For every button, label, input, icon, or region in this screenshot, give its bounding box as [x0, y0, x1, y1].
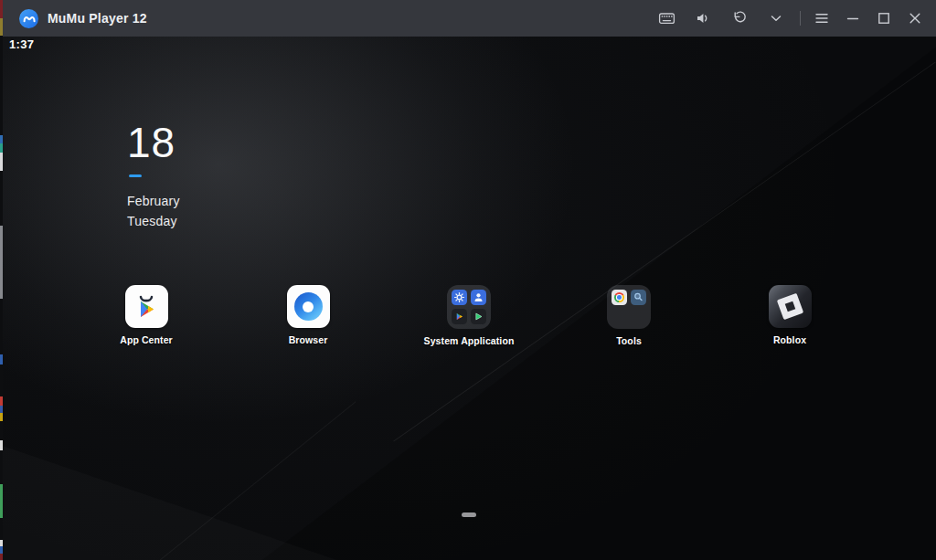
titlebar-controls	[650, 0, 929, 37]
app-label: App Center	[120, 334, 173, 345]
app-center-icon	[125, 285, 168, 328]
date-month: February	[127, 191, 180, 211]
menu-icon[interactable]	[808, 0, 835, 37]
app-label: Browser	[289, 334, 328, 345]
keyboard-icon[interactable]	[650, 0, 683, 37]
roblox-icon	[769, 285, 812, 328]
close-button[interactable]	[901, 0, 929, 37]
screen-edge-artifact	[0, 0, 3, 560]
maximize-button[interactable]	[870, 0, 898, 37]
chrome-icon	[612, 290, 627, 305]
contacts-person-icon	[471, 290, 486, 305]
volume-icon[interactable]	[686, 0, 719, 37]
undo-icon[interactable]	[723, 0, 756, 37]
mumu-logo-icon	[19, 9, 38, 28]
mumu-player-window: MuMu Player 12	[0, 0, 936, 560]
green-play-icon	[471, 309, 486, 324]
play-store-icon	[452, 309, 467, 324]
status-clock: 1:37	[9, 37, 34, 51]
titlebar: MuMu Player 12	[0, 0, 936, 37]
titlebar-divider	[800, 11, 801, 26]
folder-tools[interactable]: Tools	[569, 285, 688, 346]
browser-icon	[287, 285, 330, 328]
app-label: System Application	[424, 335, 515, 346]
app-label: Roblox	[773, 334, 806, 345]
wallpaper-diagonal-line	[159, 401, 356, 560]
file-search-icon	[631, 290, 646, 305]
app-app-center[interactable]: App Center	[87, 285, 206, 345]
app-roblox[interactable]: Roblox	[730, 285, 849, 345]
date-weekday: Tuesday	[127, 211, 180, 231]
android-screen: 1:37 18 February Tuesday App Center	[0, 37, 936, 560]
date-day: 18	[127, 121, 180, 164]
date-accent-dash	[129, 174, 142, 177]
tools-folder-icon	[607, 285, 651, 329]
app-browser[interactable]: Browser	[249, 285, 367, 345]
folder-system-application[interactable]: System Application	[410, 285, 528, 346]
app-label: Tools	[616, 335, 642, 346]
chevron-down-icon[interactable]	[760, 0, 792, 37]
wallpaper-diagonal-line	[393, 61, 936, 441]
date-widget[interactable]: 18 February Tuesday	[127, 121, 180, 231]
system-application-folder-icon	[447, 285, 491, 329]
home-indicator[interactable]	[462, 512, 476, 517]
window-title: MuMu Player 12	[48, 11, 147, 26]
settings-gear-icon	[452, 290, 467, 305]
minimize-button[interactable]	[839, 0, 867, 37]
